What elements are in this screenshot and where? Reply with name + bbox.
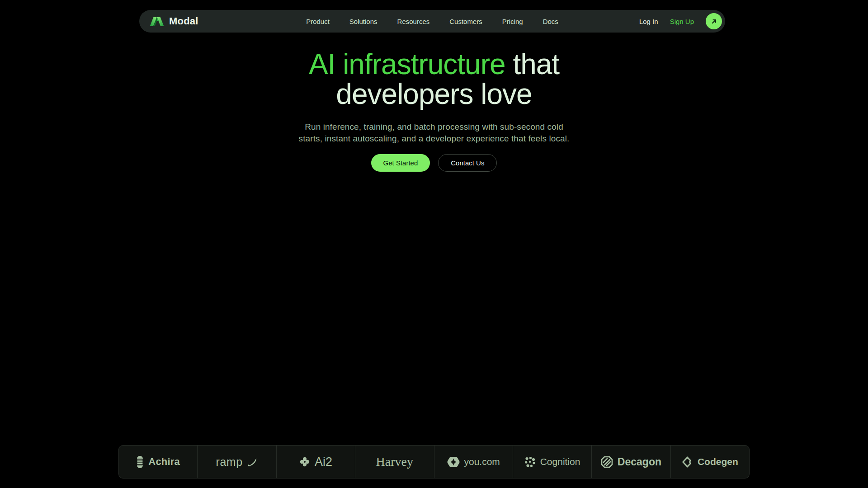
brand-name: Modal — [169, 15, 198, 27]
ai2-clover-icon — [299, 456, 310, 467]
hero-subtitle-line1: Run inference, training, and batch proce… — [305, 122, 563, 131]
logo-label: Achira — [148, 456, 180, 468]
logo-codegen[interactable]: Codegen — [671, 446, 749, 478]
hero-title-line2: developers love — [336, 78, 532, 110]
hero-cta-row: Get Started Contact Us — [0, 154, 868, 172]
nav-item-pricing[interactable]: Pricing — [502, 18, 523, 25]
logo-label: ramp — [216, 455, 243, 469]
hero-subtitle-line2: starts, instant autoscaling, and a devel… — [299, 134, 570, 143]
hero-title-rest: that — [513, 48, 559, 80]
contact-us-button[interactable]: Contact Us — [438, 154, 497, 172]
logo-youcom[interactable]: you.com — [434, 446, 513, 478]
cognition-dots-icon — [524, 456, 536, 468]
modal-landing-page: Modal Product Solutions Resources Custom… — [0, 0, 868, 488]
signup-link[interactable]: Sign Up — [670, 18, 694, 25]
logo-ramp[interactable]: ramp — [198, 446, 276, 478]
logo-cognition[interactable]: Cognition — [513, 446, 592, 478]
nav-item-resources[interactable]: Resources — [397, 18, 430, 25]
modal-logo[interactable]: Modal — [139, 15, 198, 27]
logo-ai2[interactable]: Ai2 — [277, 446, 355, 478]
achira-coil-icon — [136, 456, 144, 468]
customer-logo-bar: Achira ramp Ai — [118, 445, 750, 479]
signup-arrow-button[interactable] — [706, 13, 722, 29]
logo-label: you.com — [464, 456, 500, 467]
logo-label: Ai2 — [315, 455, 332, 469]
modal-logo-icon — [149, 15, 165, 27]
login-link[interactable]: Log In — [639, 18, 658, 25]
codegen-diamond-brackets-icon — [682, 456, 693, 468]
nav-right-actions: Log In Sign Up — [639, 13, 725, 29]
nav-links: Product Solutions Resources Customers Pr… — [306, 10, 558, 33]
get-started-button[interactable]: Get Started — [371, 154, 430, 172]
logo-achira[interactable]: Achira — [119, 446, 198, 478]
nav-item-solutions[interactable]: Solutions — [349, 18, 377, 25]
top-navbar: Modal Product Solutions Resources Custom… — [139, 10, 725, 33]
nav-item-docs[interactable]: Docs — [543, 18, 558, 25]
logo-harvey[interactable]: Harvey — [355, 446, 434, 478]
logo-decagon[interactable]: Decagon — [592, 446, 670, 478]
nav-item-product[interactable]: Product — [306, 18, 330, 25]
youcom-star-hexagon-icon — [447, 456, 460, 468]
logo-label: Cognition — [540, 456, 580, 467]
hero-title-highlight: AI infrastructure — [309, 48, 505, 80]
logo-label: Codegen — [698, 456, 738, 467]
hero-subtitle: Run inference, training, and batch proce… — [0, 121, 868, 145]
logo-label: Decagon — [618, 456, 661, 468]
hero-title: AI infrastructure that developers love — [0, 50, 868, 109]
decagon-striped-hexagon-icon — [601, 456, 613, 468]
arrow-up-right-icon — [711, 18, 717, 25]
logo-label: Harvey — [376, 455, 413, 469]
ramp-swoosh-icon — [247, 457, 258, 467]
nav-item-customers[interactable]: Customers — [449, 18, 482, 25]
